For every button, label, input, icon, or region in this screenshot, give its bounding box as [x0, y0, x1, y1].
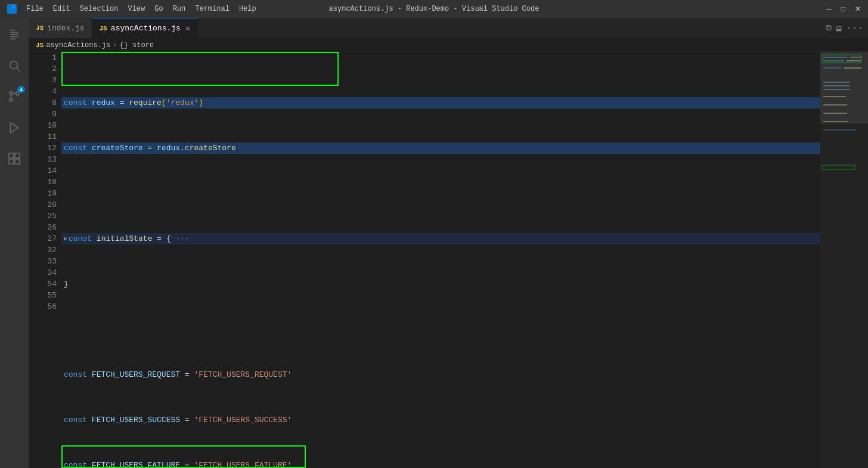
source-control-badge: 4 [17, 86, 25, 93]
editor-wrapper: 1 2 3 4 8 9 10 11 12 13 14 18 19 20 25 2… [29, 52, 868, 468]
svg-rect-20 [844, 67, 861, 69]
activity-icon-extensions[interactable] [0, 144, 29, 173]
activity-icon-explorer[interactable] [0, 20, 29, 49]
svg-rect-21 [823, 82, 850, 83]
tab-icon-index: JS [36, 24, 44, 32]
breadcrumb-icon: JS [36, 42, 44, 49]
menu-file[interactable]: File [26, 5, 44, 13]
svg-rect-11 [9, 153, 14, 158]
svg-rect-16 [850, 57, 862, 58]
svg-rect-19 [823, 67, 841, 69]
svg-rect-26 [823, 113, 847, 114]
code-line-4: ▶const initialState = { ··· [61, 233, 820, 244]
svg-rect-12 [15, 153, 20, 158]
code-lines: const redux = require('redux') const cre… [61, 52, 820, 468]
svg-line-6 [17, 68, 20, 71]
code-line-2: const createStore = redux.createStore [61, 142, 820, 154]
editor-area: JS index.js JS asyncActions.js ✕ ⧉ ⬓ ···… [29, 18, 868, 468]
code-line-8: } [61, 278, 820, 290]
tab-async-actions-js[interactable]: JS asyncActions.js ✕ [92, 18, 199, 38]
breadcrumb-file[interactable]: asyncActions.js [46, 41, 110, 49]
minimap [820, 52, 868, 468]
svg-rect-23 [823, 89, 850, 90]
activity-icon-source-control[interactable]: 4 [0, 82, 29, 111]
more-actions-icon[interactable]: ··· [846, 23, 863, 33]
svg-point-7 [10, 92, 13, 95]
svg-rect-17 [823, 60, 844, 61]
breadcrumb-store[interactable]: {} store [119, 41, 154, 49]
menu-go[interactable]: Go [154, 5, 163, 13]
titlebar-menu: File Edit Selection View Go Run Terminal… [26, 5, 256, 13]
svg-rect-2 [10, 34, 19, 35]
menu-help[interactable]: Help [239, 5, 256, 13]
svg-rect-1 [10, 32, 19, 33]
menu-edit[interactable]: Edit [53, 5, 70, 13]
svg-rect-0 [10, 30, 16, 31]
minimap-content [820, 52, 868, 468]
tab-bar-actions: ⧉ ⬓ ··· [821, 18, 868, 38]
window-controls: ─ □ ✕ [826, 5, 861, 13]
window-title: asyncActions.js - Redux-Demo - Visual St… [329, 5, 540, 13]
code-editor[interactable]: 1 2 3 4 8 9 10 11 12 13 14 18 19 20 25 2… [29, 52, 820, 468]
tab-icon-async: JS [100, 25, 107, 32]
activity-bar: 4 [0, 18, 29, 468]
menu-run[interactable]: Run [173, 5, 186, 13]
svg-rect-24 [823, 96, 846, 97]
code-line-3 [61, 188, 820, 199]
fold-arrow-4[interactable]: ▶ [64, 233, 67, 244]
app-container: 4 JS index.js JS asyncAction [0, 18, 868, 468]
svg-rect-22 [823, 85, 850, 86]
svg-point-9 [10, 98, 13, 102]
tab-index-js[interactable]: JS index.js [29, 18, 92, 38]
code-line-11: const FETCH_USERS_SUCCESS = 'FETCH_USERS… [61, 414, 820, 426]
tab-bar: JS index.js JS asyncActions.js ✕ ⧉ ⬓ ··· [29, 18, 868, 39]
tab-label-async: asyncActions.js [111, 24, 181, 33]
menu-selection[interactable]: Selection [80, 5, 119, 13]
line-numbers: 1 2 3 4 8 9 10 11 12 13 14 18 19 20 25 2… [29, 52, 61, 468]
tab-label-index: index.js [47, 24, 84, 33]
activity-icon-search[interactable] [0, 51, 29, 80]
svg-rect-30 [822, 165, 855, 169]
svg-marker-10 [11, 123, 18, 133]
toggle-panel-icon[interactable]: ⬓ [836, 23, 841, 33]
close-button[interactable]: ✕ [855, 5, 861, 13]
menu-terminal[interactable]: Terminal [195, 5, 230, 13]
svg-rect-4 [10, 38, 16, 39]
svg-rect-27 [823, 121, 848, 122]
code-content[interactable]: const redux = require('redux') const cre… [61, 52, 820, 468]
breadcrumb: JS asyncActions.js › {} store [29, 39, 868, 52]
code-line-9 [61, 324, 820, 335]
vscode-logo [7, 4, 17, 14]
menu-view[interactable]: View [128, 5, 145, 13]
titlebar-left: File Edit Selection View Go Run Terminal… [7, 4, 256, 14]
split-editor-icon[interactable]: ⧉ [826, 23, 832, 33]
svg-point-5 [10, 61, 18, 69]
svg-rect-18 [847, 60, 861, 61]
svg-rect-3 [10, 36, 19, 38]
maximize-button[interactable]: □ [841, 5, 845, 13]
titlebar: File Edit Selection View Go Run Terminal… [0, 0, 868, 18]
breadcrumb-sep: › [113, 41, 117, 49]
svg-rect-29 [822, 55, 861, 63]
activity-icon-run[interactable] [0, 113, 29, 142]
svg-rect-15 [823, 57, 847, 58]
svg-rect-28 [823, 129, 856, 131]
svg-rect-13 [9, 159, 14, 164]
code-line-10: const FETCH_USERS_REQUEST = 'FETCH_USERS… [61, 369, 820, 380]
code-line-1: const redux = require('redux') [61, 97, 820, 109]
tab-close-async[interactable]: ✕ [185, 23, 190, 33]
minimize-button[interactable]: ─ [826, 5, 832, 13]
svg-rect-14 [15, 159, 20, 164]
code-line-12: const FETCH_USERS_FAILURE = 'FETCH_USERS… [61, 460, 820, 468]
svg-rect-25 [823, 104, 847, 106]
